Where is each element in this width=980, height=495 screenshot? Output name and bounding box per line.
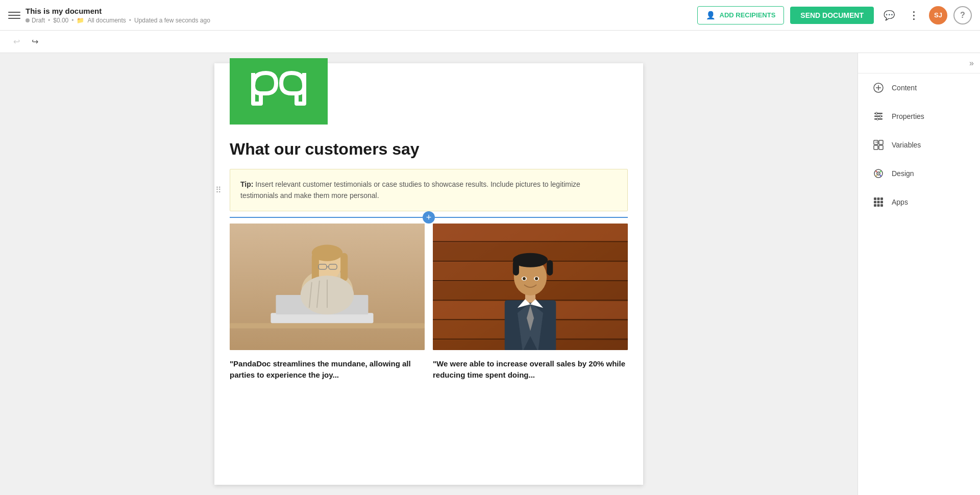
redo-button[interactable]: ↪	[27, 34, 43, 50]
svg-point-61	[878, 173, 879, 174]
svg-rect-49	[874, 116, 883, 117]
image-row	[230, 224, 628, 350]
document-content: What our customers say ⠿ Tip: Insert rel…	[214, 125, 643, 400]
separator-dot: •	[48, 17, 50, 24]
document-canvas[interactable]: What our customers say ⠿ Tip: Insert rel…	[0, 53, 857, 495]
draft-badge: Draft	[26, 17, 45, 24]
quote-col-right: "We were able to increase overall sales …	[433, 358, 628, 381]
content-icon	[872, 82, 885, 94]
topbar-right: 👤 ADD RECIPIENTS SEND DOCUMENT 💬 ⋮ SJ ?	[697, 6, 972, 24]
svg-rect-48	[874, 113, 883, 114]
svg-point-64	[880, 175, 881, 177]
user-avatar[interactable]: SJ	[929, 6, 947, 24]
send-document-button[interactable]: SEND DOCUMENT	[790, 7, 874, 24]
sidebar-collapse-button[interactable]: »	[858, 53, 980, 73]
menu-icon[interactable]	[8, 9, 20, 21]
apps-label: Apps	[892, 198, 908, 206]
more-icon: ⋮	[909, 9, 919, 21]
undo-icon: ↩	[13, 37, 20, 46]
tip-text: Tip: Insert relevant customer testimonia…	[240, 179, 617, 202]
variables-label: Variables	[892, 141, 921, 149]
svg-rect-2	[271, 313, 373, 323]
add-block-line-right	[435, 217, 628, 218]
testimonial-image-right	[433, 224, 628, 350]
section-heading: What our customers say	[230, 140, 628, 159]
quote-row: "PandaDoc streamlines the mundane, allow…	[230, 350, 628, 389]
redo-icon: ↪	[32, 37, 38, 46]
svg-point-65	[876, 175, 877, 177]
properties-label: Properties	[892, 112, 924, 120]
add-recipient-icon: 👤	[706, 11, 716, 20]
variables-icon	[872, 139, 885, 151]
help-button[interactable]: ?	[953, 6, 972, 24]
logo-text	[248, 68, 309, 115]
chat-button[interactable]: 💬	[880, 6, 898, 24]
svg-rect-71	[880, 201, 883, 204]
sidebar-item-properties[interactable]: Properties	[862, 103, 976, 130]
sidebar-item-content[interactable]: Content	[862, 75, 976, 101]
price-label: $0.00	[53, 17, 68, 24]
testimonial-image-left	[230, 224, 425, 350]
sidebar-item-design[interactable]: Design	[862, 160, 976, 187]
svg-rect-1	[230, 323, 425, 328]
svg-point-43	[523, 277, 526, 280]
quote-text-right: "We were able to increase overall sales …	[433, 358, 628, 381]
more-options-button[interactable]: ⋮	[904, 6, 923, 24]
avatar-initials: SJ	[934, 11, 942, 19]
tip-body: Insert relevant customer testimonials or…	[240, 180, 580, 200]
send-document-label: SEND DOCUMENT	[800, 11, 864, 19]
svg-rect-40	[547, 260, 553, 276]
block-drag-handle[interactable]: ⠿	[215, 185, 222, 195]
undo-button[interactable]: ↩	[8, 34, 24, 50]
help-icon: ?	[960, 11, 965, 20]
svg-rect-52	[880, 115, 881, 118]
sidebar-item-variables[interactable]: Variables	[862, 132, 976, 158]
apps-icon	[872, 196, 885, 208]
design-icon	[872, 167, 885, 180]
svg-rect-72	[874, 204, 876, 207]
tip-bold: Tip:	[240, 180, 253, 188]
draft-dot	[26, 18, 30, 22]
properties-icon	[872, 110, 885, 122]
tip-block: Tip: Insert relevant customer testimonia…	[230, 169, 628, 211]
add-recipients-button[interactable]: 👤 ADD RECIPIENTS	[697, 6, 785, 24]
svg-rect-70	[877, 201, 880, 204]
folder-icon: 📁	[77, 17, 84, 24]
svg-rect-67	[877, 197, 880, 200]
chat-icon: 💬	[884, 10, 895, 21]
logo-block	[230, 58, 328, 125]
add-recipients-label: ADD RECIPIENTS	[720, 11, 776, 19]
svg-rect-68	[880, 197, 883, 200]
svg-rect-56	[874, 145, 878, 150]
svg-rect-8	[340, 253, 348, 281]
add-block-line-left	[230, 217, 423, 218]
add-block-icon: +	[426, 213, 432, 222]
right-sidebar: » Content	[857, 53, 980, 495]
document-toolbar: ↩ ↪	[0, 31, 980, 53]
svg-rect-73	[877, 204, 880, 207]
design-label: Design	[892, 169, 914, 178]
svg-rect-39	[513, 260, 519, 276]
svg-rect-74	[880, 204, 883, 207]
svg-rect-51	[876, 112, 877, 115]
svg-rect-66	[874, 197, 876, 200]
collapse-icon: »	[969, 59, 974, 68]
updated-label: Updated a few seconds ago	[134, 17, 210, 24]
content-label: Content	[892, 84, 917, 92]
svg-point-63	[880, 171, 881, 172]
svg-rect-53	[877, 118, 878, 120]
sidebar-item-apps[interactable]: Apps	[862, 189, 976, 215]
svg-point-44	[535, 277, 538, 280]
add-block-row: +	[230, 211, 628, 224]
quote-text-left: "PandaDoc streamlines the mundane, allow…	[230, 358, 425, 381]
add-block-button[interactable]: +	[423, 211, 435, 224]
topbar-left: This is my document Draft • $0.00 • 📁 Al…	[8, 7, 691, 24]
document-meta: Draft • $0.00 • 📁 All documents • Update…	[26, 17, 210, 24]
svg-rect-57	[879, 145, 883, 150]
folder-label: All documents	[87, 17, 126, 24]
topbar: This is my document Draft • $0.00 • 📁 Al…	[0, 0, 980, 31]
tip-block-wrapper: ⠿ Tip: Insert relevant customer testimon…	[230, 169, 628, 211]
svg-rect-17	[433, 224, 628, 241]
main-area: What our customers say ⠿ Tip: Insert rel…	[0, 53, 980, 495]
separator-dot3: •	[129, 17, 131, 24]
